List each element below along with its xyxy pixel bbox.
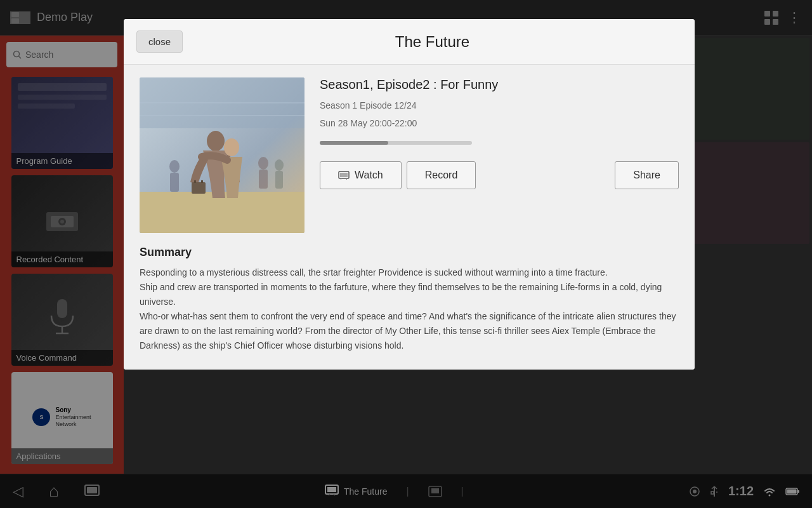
record-button[interactable]: Record <box>407 161 476 189</box>
modal-header: close The Future <box>124 19 695 65</box>
modal-top-section: Season1, Episode2 : For Funny Season 1 E… <box>140 77 679 233</box>
svg-rect-50 <box>340 173 348 177</box>
episode-meta-line2: Sun 28 May 20:00-22:00 <box>320 116 679 130</box>
episode-meta-line1: Season 1 Episode 12/24 <box>320 98 679 112</box>
progress-bar-fill <box>320 141 388 145</box>
episode-image <box>140 77 304 233</box>
summary-section: Summary Responding to a mysterious distr… <box>140 246 679 354</box>
watch-button[interactable]: Watch <box>320 161 402 189</box>
action-buttons: Watch Record Share <box>320 161 679 189</box>
share-button[interactable]: Share <box>615 161 679 189</box>
svg-point-45 <box>258 157 268 170</box>
svg-point-38 <box>207 131 225 151</box>
modal-body: Season1, Episode2 : For Funny Season 1 E… <box>124 65 695 370</box>
progress-bar <box>320 141 472 145</box>
svg-rect-44 <box>170 173 179 192</box>
modal-dialog: close The Future <box>124 19 695 370</box>
svg-point-47 <box>275 159 284 171</box>
watch-label: Watch <box>355 170 383 181</box>
svg-point-39 <box>224 138 239 156</box>
svg-rect-40 <box>192 182 206 194</box>
svg-rect-48 <box>275 171 283 189</box>
svg-rect-46 <box>259 170 268 189</box>
episode-info: Season1, Episode2 : For Funny Season 1 E… <box>320 77 679 233</box>
summary-heading: Summary <box>140 246 679 259</box>
svg-rect-42 <box>201 180 203 183</box>
modal-title: The Future <box>183 33 682 51</box>
tv-small-icon <box>338 171 350 180</box>
svg-point-43 <box>169 160 180 173</box>
svg-rect-41 <box>194 180 196 183</box>
episode-thumbnail <box>140 77 304 233</box>
episode-title: Season1, Episode2 : For Funny <box>320 77 679 92</box>
summary-text: Responding to a mysterious distreess cal… <box>140 265 679 354</box>
close-button[interactable]: close <box>136 30 183 53</box>
